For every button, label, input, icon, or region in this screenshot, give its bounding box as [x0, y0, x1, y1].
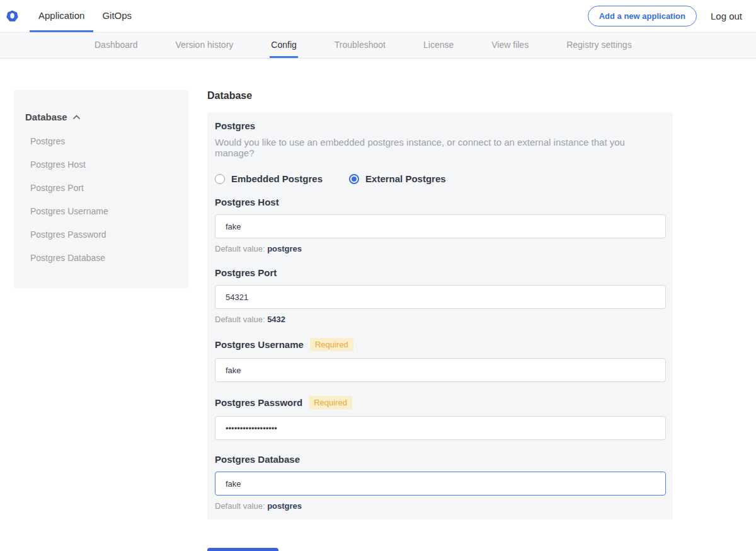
default-value-text: postgres [267, 501, 302, 511]
default-value-helper: Default value: postgres [215, 244, 665, 253]
radio-external-postgres[interactable]: External Postgres [349, 173, 446, 184]
sidebar-item-postgres-username[interactable]: Postgres Username [25, 206, 177, 216]
postgres-host-input[interactable] [215, 214, 666, 238]
group-help-text: Would you like to use an embedded postgr… [215, 137, 665, 158]
page-title: Database [207, 90, 673, 102]
app-logo [6, 0, 30, 32]
sidebar-item-postgres-port[interactable]: Postgres Port [25, 183, 177, 193]
field-label-postgres-database: Postgres Database [215, 454, 300, 465]
subnav-license[interactable]: License [422, 33, 455, 58]
field-label-postgres-host: Postgres Host [215, 197, 279, 207]
sidebar-item-postgres[interactable]: Postgres [25, 136, 177, 146]
config-main: Database Postgres Would you like to use … [207, 90, 673, 551]
app-subnav: Dashboard Version history Config Trouble… [0, 32, 756, 59]
subnav-troubleshoot[interactable]: Troubleshoot [333, 33, 387, 58]
radio-label: External Postgres [365, 173, 446, 184]
postgres-username-input[interactable] [215, 358, 666, 382]
default-value-helper: Default value: 5432 [215, 315, 665, 324]
sidebar-item-postgres-password[interactable]: Postgres Password [25, 229, 177, 240]
subnav-registry-settings[interactable]: Registry settings [565, 33, 633, 58]
required-badge: Required [309, 396, 352, 409]
default-value-prefix: Default value: [215, 244, 265, 253]
postgres-database-input[interactable] [215, 472, 666, 496]
log-out-link[interactable]: Log out [711, 11, 742, 21]
add-new-application-button[interactable]: Add a new application [588, 6, 697, 26]
sidebar-group-database[interactable]: Database [25, 112, 177, 122]
field-label-postgres-port: Postgres Port [215, 267, 277, 278]
radio-unchecked-icon [215, 174, 225, 184]
default-value-text: 5432 [267, 315, 285, 324]
radio-embedded-postgres[interactable]: Embedded Postgres [215, 173, 323, 184]
subnav-dashboard[interactable]: Dashboard [93, 33, 139, 58]
kots-logo-icon [6, 10, 18, 22]
postgres-mode-radio-group: Embedded Postgres External Postgres [215, 173, 665, 184]
radio-checked-icon [349, 174, 359, 184]
field-label-postgres-username: Postgres Username [215, 339, 304, 350]
sidebar-item-postgres-host[interactable]: Postgres Host [25, 160, 177, 170]
default-value-helper: Default value: postgres [215, 501, 665, 511]
header-tab-gitops[interactable]: GitOps [93, 0, 140, 32]
config-group-panel: Postgres Would you like to use an embedd… [207, 113, 673, 519]
top-header: Application GitOps Add a new application… [0, 0, 756, 32]
field-label-postgres-password: Postgres Password [215, 397, 302, 408]
default-value-prefix: Default value: [215, 315, 265, 324]
required-badge: Required [310, 338, 353, 351]
content-area: Database Postgres Postgres Host Postgres… [0, 59, 756, 551]
subnav-view-files[interactable]: View files [490, 33, 530, 58]
config-sidebar: Database Postgres Postgres Host Postgres… [14, 90, 188, 288]
chevron-up-icon [72, 115, 81, 120]
subnav-config[interactable]: Config [270, 33, 297, 58]
sidebar-item-postgres-database[interactable]: Postgres Database [25, 253, 177, 263]
sidebar-group-label: Database [25, 112, 67, 122]
group-label: Postgres [215, 120, 665, 131]
header-actions: Add a new application Log out [588, 0, 756, 32]
default-value-prefix: Default value: [215, 501, 265, 511]
subnav-version-history[interactable]: Version history [175, 33, 235, 58]
postgres-port-input[interactable] [215, 285, 666, 309]
header-tab-application[interactable]: Application [30, 0, 93, 32]
postgres-password-input[interactable] [215, 416, 666, 440]
default-value-text: postgres [267, 244, 302, 253]
radio-label: Embedded Postgres [231, 173, 323, 184]
save-config-button[interactable]: Save config [207, 548, 278, 551]
